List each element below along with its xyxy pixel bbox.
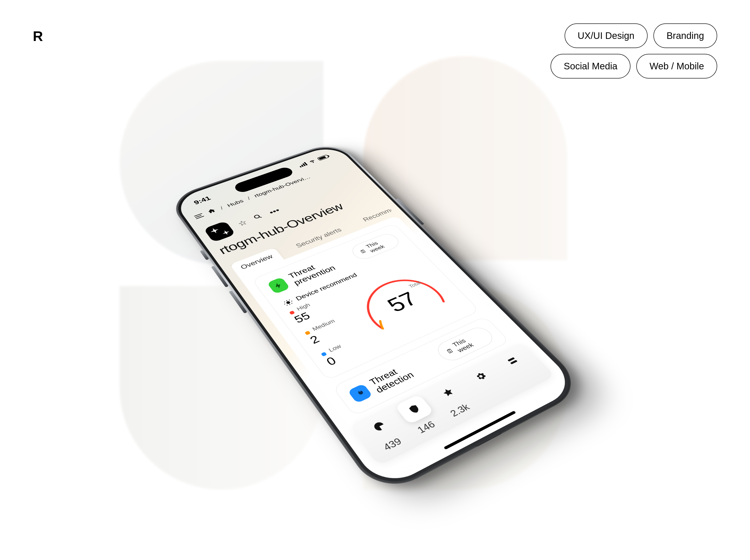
home-icon[interactable] [206,207,218,216]
gear-icon [473,371,489,382]
legend-medium-value: 2 [307,319,354,346]
bottom-counts: 439 146 2.3k [367,362,550,460]
legend-low-label: Low [328,343,343,353]
home-indicator [443,411,516,450]
nav-settings[interactable] [462,362,500,391]
range-label: This week [451,330,488,354]
count-c: 2.3k [448,402,472,419]
favorite-button[interactable]: ☆ [236,218,249,228]
star-icon [440,386,456,399]
count-b: 146 [415,419,437,435]
bottom-nav: 439 146 2.3k [348,341,555,466]
gauge-total-value: 57 [382,288,421,316]
legend-high-value: 55 [292,299,337,325]
svg-point-2 [286,301,291,304]
volume-down-button [229,291,248,314]
shield-icon [406,403,422,416]
legend-low-value: 0 [324,340,371,368]
flame-icon [347,384,373,403]
calendar-icon: 🗓 [445,347,455,355]
layers-icon [505,355,520,367]
card-title: Threat detection [368,350,443,395]
device-scene: ∙∙∙∙∙∙∙∙ 9:41 [131,61,576,506]
svg-rect-3 [508,357,515,362]
silent-switch [200,250,209,260]
svg-rect-4 [510,360,518,364]
bottom-speaker-port: ∙∙∙∙∙∙∙∙ [441,413,533,465]
legend-medium-label: Medium [311,318,336,332]
status-indicators [297,154,330,168]
breadcrumb-separator: / [219,205,224,211]
calendar-icon: 🗓 [359,248,368,255]
threat-detection-card: Threat detection 🗓 This week [332,316,510,416]
app-root: / Hubs / rtogm-hub-Overvie… ☆ [193,161,564,477]
count-a: 439 [381,436,404,453]
breadcrumb-hubs[interactable]: Hubs [226,198,245,208]
more-button[interactable]: ••• [267,206,282,216]
legend-color-medium [304,331,311,335]
menu-button[interactable] [194,213,204,219]
pie-chart-icon [371,420,388,433]
bolt-icon [267,277,290,294]
chip-branding[interactable]: Branding [653,23,717,48]
hub-sparkle-icon [203,221,236,242]
status-time: 9:41 [193,195,212,206]
nav-favorites[interactable] [429,378,468,407]
nav-analytics[interactable] [359,411,399,442]
battery-icon [317,155,329,161]
legend-high-label: High [296,302,311,312]
wifi-icon [307,158,318,164]
legend-low: Low 0 [319,334,371,368]
range-selector[interactable]: 🗓 This week [433,324,497,364]
breadcrumb-separator: / [246,196,252,201]
svg-point-0 [254,215,260,219]
nav-dashboard[interactable] [493,347,532,375]
chip-web-mobile[interactable]: Web / Mobile [636,54,717,79]
gauge-legend: High 55 Medium 2 [288,295,371,368]
legend-color-high [289,311,295,315]
brand-logo: R [33,28,42,44]
legend-color-low [321,352,327,356]
cellular-icon [298,162,308,167]
bug-icon [282,298,294,307]
phone-screen: 9:41 / Hubs [172,144,579,490]
nav-security[interactable] [395,394,434,424]
range-label: This week [364,236,394,254]
svg-line-1 [259,217,261,218]
search-button[interactable] [252,213,264,222]
legend-medium: Medium 2 [303,314,354,346]
iphone-frame: ∙∙∙∙∙∙∙∙ 9:41 [166,141,587,498]
legend-high: High 55 [288,295,337,325]
